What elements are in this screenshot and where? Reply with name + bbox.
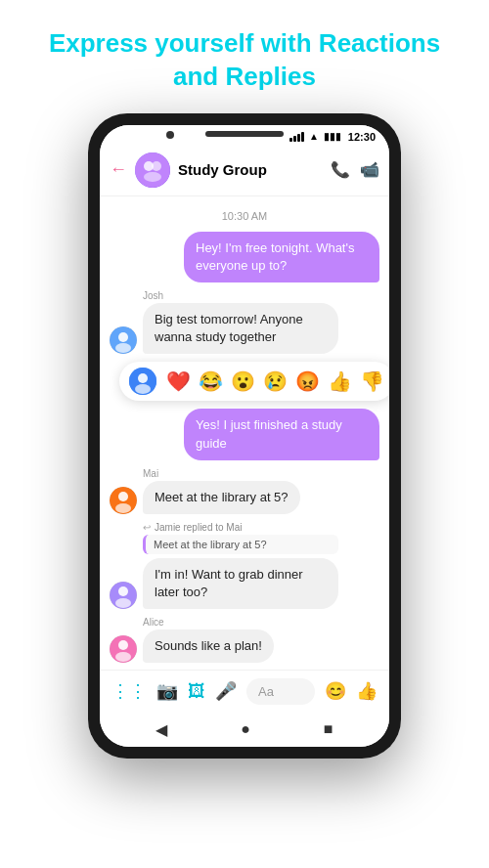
received-bubble: Big test tomorrow! Anyone wanna study to… [143,303,338,354]
group-avatar [135,152,170,188]
phone-screen: ▲ ▮▮▮ 12:30 ← Study Group 📞 📹 [100,125,389,747]
mic-button[interactable]: 🎤 [215,680,237,702]
sender-label: Josh [143,290,379,301]
svg-point-14 [118,586,128,596]
message-input[interactable]: Aa [246,678,315,705]
reaction-laugh[interactable]: 😂 [199,369,223,393]
svg-point-3 [144,172,161,182]
reaction-wow[interactable]: 😮 [231,369,255,393]
reaction-sad[interactable]: 😢 [263,369,288,393]
reaction-thumbsup[interactable]: 👍 [328,369,352,393]
svg-point-12 [115,503,131,513]
received-bubble: I'm in! Want to grab dinner later too? [143,558,338,609]
svg-point-8 [138,373,148,383]
svg-point-18 [115,652,131,662]
jamie-avatar [110,582,137,609]
svg-point-15 [115,598,131,608]
sender-label: Mai [143,468,379,479]
time-display: 12:30 [348,131,376,143]
emoji-button[interactable]: 😊 [325,680,346,702]
reaction-heart[interactable]: ❤️ [166,369,191,393]
call-button[interactable]: 📞 [331,160,350,179]
camera-button[interactable]: 📷 [156,680,178,702]
svg-point-6 [115,343,131,353]
reaction-angry[interactable]: 😡 [295,369,320,393]
reply-info: ↩ Jamie replied to Mai [143,522,379,533]
page-header-title: Express yourself with Reactions and Repl… [0,0,489,113]
alice-avatar [110,635,137,663]
svg-point-11 [118,492,128,501]
sender-label: Alice [143,617,379,628]
chat-group-name: Study Group [178,161,331,178]
svg-point-0 [135,152,170,188]
message-row: Yes! I just finished a study guide [110,409,379,459]
like-button[interactable]: 👍 [356,680,378,702]
home-nav-button[interactable]: ● [241,720,250,738]
recent-nav-button[interactable]: ■ [324,720,333,738]
message-row: Meet at the library at 5? [110,481,379,514]
svg-point-9 [135,384,151,394]
signal-icon [289,132,304,142]
reaction-user-avatar [129,368,156,395]
sent-bubble: Hey! I'm free tonight. What's everyone u… [184,232,379,282]
mai-avatar [110,487,137,514]
back-nav-button[interactable]: ◀ [156,720,167,739]
message-row: Hey! I'm free tonight. What's everyone u… [110,232,379,282]
svg-point-5 [118,332,128,342]
phone-device: ▲ ▮▮▮ 12:30 ← Study Group 📞 📹 [88,113,401,759]
message-timestamp: 10:30 AM [110,210,379,222]
received-bubble: Meet at the library at 5? [143,481,300,514]
message-row: Sounds like a plan! [110,629,379,663]
input-bar: ⋮⋮ 📷 🖼 🎤 Aa 😊 👍 [100,670,389,713]
video-button[interactable]: 📹 [360,160,379,179]
josh-avatar [110,326,137,354]
received-bubble: Sounds like a plan! [143,629,274,663]
gallery-button[interactable]: 🖼 [188,681,205,702]
nav-bar: ◀ ● ■ [100,713,389,747]
phone-camera [166,131,174,139]
wifi-icon: ▲ [309,131,319,142]
reply-quote: Meet at the library at 5? [143,535,338,554]
apps-button[interactable]: ⋮⋮ [111,680,147,702]
reaction-thumbsdown[interactable]: 👎 [360,369,384,393]
svg-point-17 [118,640,128,650]
reaction-bar[interactable]: ❤️ 😂 😮 😢 😡 👍 👎 [119,362,389,401]
svg-point-2 [152,161,161,171]
phone-speaker [205,131,284,137]
messages-area[interactable]: 10:30 AM Hey! I'm free tonight. What's e… [100,196,389,670]
sent-bubble: Yes! I just finished a study guide [184,409,379,459]
message-row: Big test tomorrow! Anyone wanna study to… [110,303,379,354]
message-row: I'm in! Want to grab dinner later too? [110,558,379,609]
input-placeholder: Aa [258,684,274,699]
chat-header: ← Study Group 📞 📹 [100,147,389,196]
back-button[interactable]: ← [110,159,127,180]
battery-icon: ▮▮▮ [324,131,341,142]
